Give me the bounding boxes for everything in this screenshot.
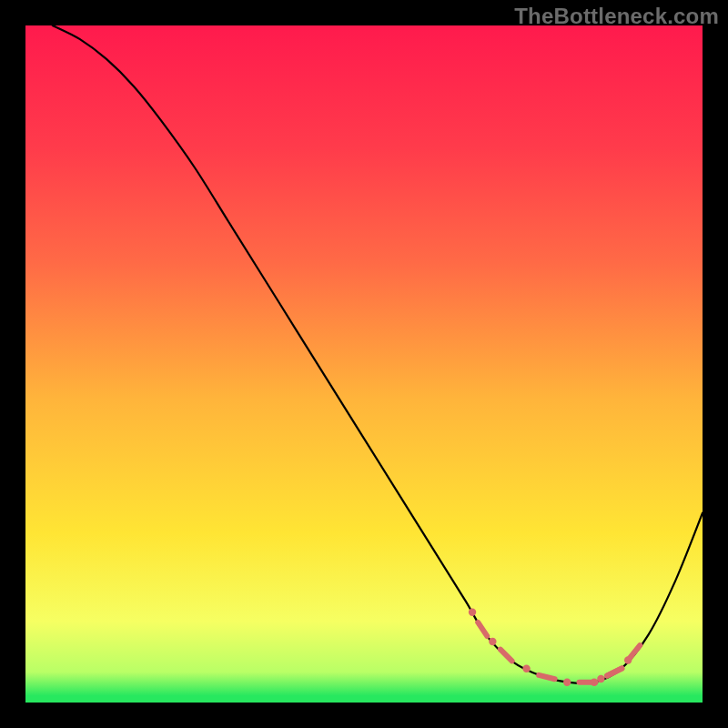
chart-svg (25, 25, 703, 703)
watermark-text: TheBottleneck.com (514, 4, 719, 29)
chart-background (25, 25, 703, 703)
marker-dot (591, 678, 598, 685)
marker-dot (489, 638, 496, 645)
chart-frame (25, 25, 703, 703)
marker-dot (469, 609, 476, 616)
marker-dot (522, 665, 530, 672)
marker-dash (539, 675, 554, 679)
marker-dot (563, 678, 571, 685)
marker-dot (597, 675, 604, 682)
